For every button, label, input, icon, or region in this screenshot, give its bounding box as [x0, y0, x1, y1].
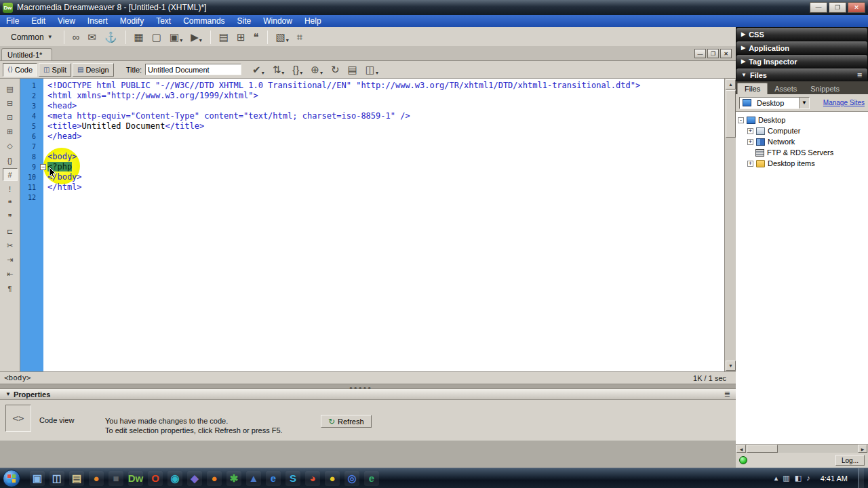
menu-item-commands[interactable]: Commands: [177, 15, 231, 27]
connection-status-icon[interactable]: [739, 456, 747, 464]
collapse-full-tag-icon[interactable]: ⊟: [3, 97, 18, 110]
panel-header-css[interactable]: ▶CSS: [736, 28, 867, 41]
code-line-7[interactable]: 7: [20, 142, 724, 152]
tree-item-ftp-rds-servers[interactable]: FTP & RDS Servers: [736, 147, 868, 158]
menu-item-help[interactable]: Help: [298, 15, 328, 27]
line-numbers-icon[interactable]: #: [3, 168, 18, 181]
tab-files[interactable]: Files: [737, 83, 768, 94]
tree-item-network[interactable]: +Network: [736, 136, 868, 147]
select-parent-tag-icon[interactable]: ◇: [3, 140, 18, 152]
start-button[interactable]: [3, 470, 20, 487]
taskbar-app-icon-18[interactable]: e: [364, 471, 379, 486]
templates-icon[interactable]: ▧▾: [273, 29, 292, 45]
email-link-icon[interactable]: ✉: [84, 29, 100, 45]
code-view-button[interactable]: ⟨⟩ Code: [3, 63, 37, 77]
preview-browser-icon[interactable]: ⊕▾: [307, 62, 326, 78]
code-line-8[interactable]: 8<body>: [20, 152, 724, 162]
table-icon[interactable]: ▦: [131, 29, 147, 45]
menu-item-window[interactable]: Window: [257, 15, 298, 27]
menu-item-site[interactable]: Site: [231, 15, 258, 27]
insert-category-dropdown[interactable]: Common ▼: [4, 30, 60, 44]
scroll-down-icon[interactable]: ▼: [726, 361, 736, 371]
code-line-6[interactable]: 6</head>: [20, 131, 724, 142]
tree-item-computer[interactable]: +Computer: [736, 125, 868, 136]
code-view[interactable]: 1<!DOCTYPE html PUBLIC "-//W3C//DTD XHTM…: [0, 79, 736, 371]
panel-options-icon[interactable]: ≣: [724, 390, 730, 399]
outdent-icon[interactable]: ⇤: [3, 268, 18, 281]
panel-header-files[interactable]: ▼ Files ≣: [736, 68, 867, 81]
tree-expander[interactable]: +: [747, 139, 753, 145]
tree-expander[interactable]: +: [747, 128, 753, 134]
code-line-10[interactable]: 10</body>: [20, 172, 724, 182]
menu-item-text[interactable]: Text: [150, 15, 177, 27]
refresh-icon[interactable]: ↻: [328, 62, 343, 78]
tree-expander[interactable]: +: [747, 161, 753, 167]
open-documents-icon[interactable]: ▤: [3, 83, 18, 96]
tag-chooser-icon[interactable]: ⌗: [294, 29, 306, 45]
taskbar-app-icon-11[interactable]: ✱: [226, 471, 241, 486]
code-line-1[interactable]: 1<!DOCTYPE html PUBLIC "-//W3C//DTD XHTM…: [20, 81, 724, 91]
tray-icon-2[interactable]: ▥: [783, 474, 789, 483]
doc-minimize-button[interactable]: —: [694, 49, 706, 58]
tree-expander[interactable]: -: [738, 117, 744, 123]
code-line-12[interactable]: 12: [20, 192, 724, 203]
code-fold-toggle[interactable]: −: [40, 164, 46, 170]
restore-button[interactable]: ❐: [829, 2, 846, 13]
wrap-tag-icon[interactable]: ⊏: [3, 225, 18, 238]
hscrollbar-thumb[interactable]: [747, 445, 778, 453]
panel-header-tag-inspector[interactable]: ▶Tag Inspector: [736, 55, 867, 68]
media-icon[interactable]: ▶▾: [187, 29, 205, 45]
code-line-2[interactable]: 2<html xmlns="http://www.w3.org/1999/xht…: [20, 91, 724, 101]
files-options-icon[interactable]: ≣: [857, 71, 863, 79]
balance-braces-icon[interactable]: {}: [3, 154, 18, 167]
code-line-11[interactable]: 11</html>: [20, 182, 724, 192]
format-code-icon[interactable]: ¶: [3, 282, 18, 295]
document-tab[interactable]: Untitled-1*: [1, 48, 52, 60]
taskbar-app-icon-7[interactable]: O: [148, 471, 163, 486]
taskbar-app-icon-8[interactable]: ◉: [167, 471, 182, 486]
taskbar-app-icon-4[interactable]: ●: [89, 471, 104, 486]
server-include-icon[interactable]: ⊞: [233, 29, 249, 45]
code-line-4[interactable]: 4<meta http-equiv="Content-Type" content…: [20, 111, 724, 121]
taskbar-app-icon-5[interactable]: ■: [108, 471, 123, 486]
scroll-up-icon[interactable]: ▲: [726, 79, 736, 89]
taskbar-app-icon-15[interactable]: ◕: [305, 471, 320, 486]
taskbar-app-icon-1[interactable]: ▣: [30, 471, 45, 486]
named-anchor-icon[interactable]: ⚓: [101, 29, 121, 45]
menu-item-insert[interactable]: Insert: [81, 15, 114, 27]
design-view-button[interactable]: ▤ Design: [73, 63, 114, 77]
date-icon[interactable]: ▤: [216, 29, 232, 45]
insert-div-icon[interactable]: ▢: [149, 29, 165, 45]
hyperlink-icon[interactable]: ∞: [69, 29, 83, 45]
split-view-button[interactable]: ◫ Split: [39, 63, 71, 77]
properties-header[interactable]: ▼ Properties ≣: [0, 389, 736, 400]
panel-splitter[interactable]: ●●●●●: [0, 384, 736, 389]
scroll-right-icon[interactable]: ▶: [858, 445, 867, 453]
taskbar-app-icon-14[interactable]: S: [285, 471, 300, 486]
title-input[interactable]: [145, 64, 241, 75]
code-line-5[interactable]: 5<title>Untitled Document</title>: [20, 121, 724, 131]
manage-sites-link[interactable]: Manage Sites: [823, 99, 865, 106]
doc-close-button[interactable]: ✕: [720, 49, 732, 58]
file-management-icon[interactable]: ⇅▾: [269, 62, 288, 78]
taskbar-app-icon-6[interactable]: Dw: [128, 471, 143, 486]
menu-item-view[interactable]: View: [52, 15, 81, 27]
doc-restore-button[interactable]: ❐: [707, 49, 719, 58]
browser-check-icon[interactable]: ✔▾: [249, 62, 268, 78]
code-vertical-scrollbar[interactable]: ▲ ▼: [724, 79, 736, 371]
taskbar-clock[interactable]: 4:41 AM: [815, 474, 853, 483]
tag-selector[interactable]: <body>: [4, 373, 31, 382]
code-navigation-icon[interactable]: {}▾: [289, 62, 306, 78]
tree-item-desktop[interactable]: -Desktop: [736, 115, 868, 125]
log-button[interactable]: Log...: [835, 455, 865, 466]
menu-item-edit[interactable]: Edit: [25, 15, 52, 27]
tray-icon-3[interactable]: ◧: [795, 474, 802, 483]
taskbar-app-icon-10[interactable]: ●: [207, 471, 222, 486]
close-button[interactable]: ✕: [848, 2, 865, 13]
files-horizontal-scrollbar[interactable]: ◀ ▶: [736, 444, 868, 453]
expand-all-icon[interactable]: ⊞: [3, 125, 18, 138]
visual-aids-icon[interactable]: ◫▾: [362, 62, 382, 78]
taskbar-app-icon-16[interactable]: ●: [325, 471, 340, 486]
taskbar-app-icon-13[interactable]: e: [266, 471, 281, 486]
refresh-button[interactable]: ↻ Refresh: [321, 415, 372, 428]
